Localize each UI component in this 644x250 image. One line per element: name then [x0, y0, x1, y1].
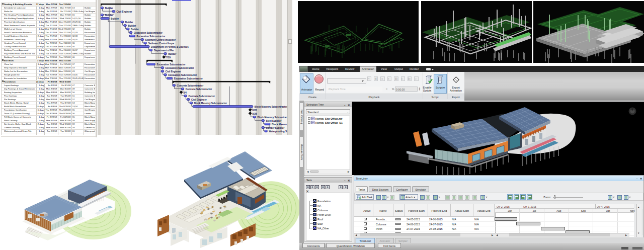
svg-text:Sediment Control Inspector: Sediment Control Inspector: [145, 39, 175, 41]
svg-text:Department of Per: Department of Per: [153, 49, 174, 52]
svg-text:Excavation Subcontractor: Excavation Subcontractor: [133, 32, 162, 34]
svg-text:Sediment Control Inspe: Sediment Control Inspe: [148, 42, 174, 45]
svg-text:Builder: Builder: [105, 7, 113, 10]
svg-text:Builder: Builder: [105, 14, 113, 17]
svg-text:8/28: 8/28: [252, 113, 257, 115]
svg-text:Excavation Subcontractor: Excavation Subcontractor: [165, 67, 194, 69]
svg-text:Builder: Builder: [131, 28, 139, 31]
svg-text:Concrete Subcontractor: Concrete Subcontractor: [188, 95, 215, 98]
svg-text:Civil Engineer: Civil Engineer: [165, 70, 181, 73]
svg-text:Builder: Builder: [128, 25, 136, 27]
svg-text:7/29: 7/29: [166, 56, 171, 59]
svg-text:Excavation Subcontractor: Excavation Subcontractor: [174, 77, 202, 80]
svg-text:8/4: 8/4: [183, 92, 187, 94]
svg-text:Block Masonry Subcontractor: Block Masonry Subcontractor: [194, 102, 227, 105]
svg-text:Excavation Subcontractor: Excavation Subcontractor: [168, 74, 197, 76]
svg-text:Builder: Builder: [125, 21, 133, 24]
svg-text:Lumber Supplier: Lumber Supplier: [266, 127, 284, 129]
svg-text:Excavation Subcontractor: Excavation Subcontractor: [136, 35, 165, 38]
svg-text:Civil Engineer: Civil Engineer: [191, 99, 207, 101]
svg-text:Excavation Subcontractor: Excavation Subcontractor: [156, 63, 185, 66]
svg-text:Builder: Builder: [168, 53, 176, 55]
svg-text:Concrete Subcontractor: Concrete Subcontractor: [177, 85, 203, 87]
svg-text:Civil Engineer: Civil Engineer: [116, 11, 132, 13]
svg-text:8/28: 8/28: [252, 109, 257, 112]
svg-text:Block Masonry Subcontractor: Block Masonry Subcontractor: [254, 106, 287, 108]
svg-text:Builder: Builder: [111, 18, 119, 20]
svg-text:Department of Permits & Licens: Department of Permits & Licenses: [151, 46, 189, 48]
svg-text:Block Masonry Subcontractor: Block Masonry Subcontractor: [257, 116, 290, 119]
svg-text:Steel Supplier: Steel Supplier: [266, 120, 281, 122]
svg-text:Concrete Subcontractor: Concrete Subcontractor: [185, 88, 212, 91]
